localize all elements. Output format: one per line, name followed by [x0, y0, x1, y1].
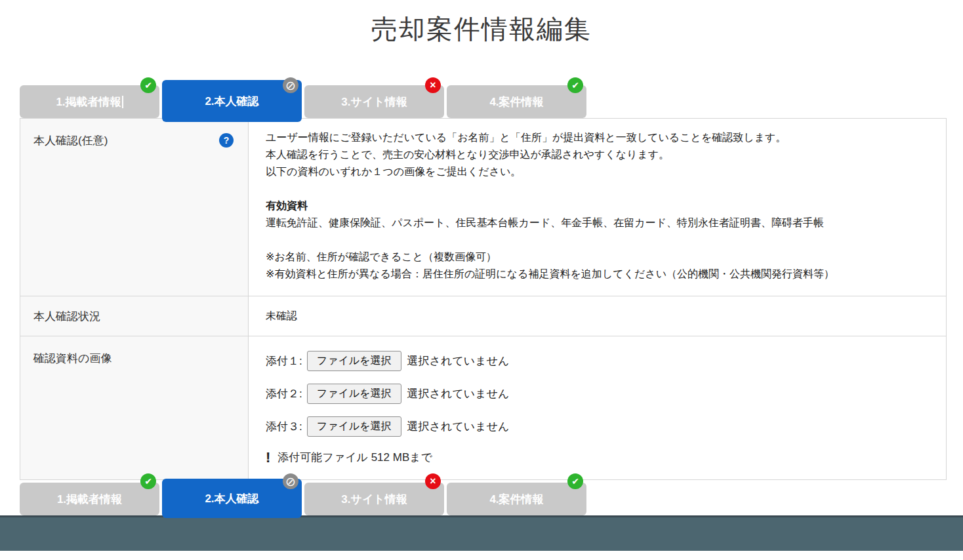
- attachments-cell: 添付１: ファイルを選択 選択されていません 添付２: ファイルを選択 選択され…: [249, 336, 946, 479]
- prohibited-circle-icon: ⊘: [283, 473, 298, 489]
- attachment-size-warning-text: 添付可能ファイル 512 MBまで: [277, 449, 432, 466]
- identity-notes: ※お名前、住所が確認できること（複数画像可） ※有効資料と住所が異なる場合：居住…: [266, 249, 929, 283]
- tab-publisher-info[interactable]: 1.掲載者情報 ✔: [20, 85, 159, 118]
- tab-publisher-info[interactable]: 1.掲載者情報 ✔: [20, 483, 159, 515]
- status-label-cell: 本人確認状況: [20, 296, 249, 336]
- check-circle-icon: ✔: [567, 77, 583, 93]
- tab-site-info[interactable]: 3.サイト情報 ×: [304, 483, 444, 515]
- tab-bar-bottom: 1.掲載者情報 ✔ 2.本人確認 ⊘ 3.サイト情報 × 4.案件情報 ✔: [20, 481, 947, 515]
- row-identity-description: 本人確認(任意) ? ユーザー情報にご登録いただいている「お名前」と「住所」が提…: [20, 119, 946, 296]
- footer-bar: [0, 515, 963, 551]
- intro-line: 本人確認を行うことで、売主の安心材料となり交渉申込が承認されやすくなります。: [266, 146, 929, 163]
- intro-line: 以下の資料のいずれか１つの画像をご提出ください。: [266, 163, 929, 180]
- valid-documents: 有効資料 運転免許証、健康保険証、パスポート、住民基本台帳カード、年金手帳、在留…: [266, 197, 929, 231]
- tab-label: 4.案件情報: [489, 94, 543, 110]
- check-circle-icon: ✔: [140, 77, 156, 93]
- exclamation-icon: !: [266, 449, 270, 466]
- tab-bar-top: 1.掲載者情報 ✔ 2.本人確認 ⊘ 3.サイト情報 × 4.案件情報 ✔: [20, 85, 947, 118]
- tab-label: 1.掲載者情報: [57, 492, 122, 507]
- choose-file-button-3[interactable]: ファイルを選択: [307, 416, 401, 437]
- no-file-selected-text: 選択されていません: [407, 418, 510, 435]
- attachment-size-warning: ! 添付可能ファイル 512 MBまで: [266, 449, 929, 466]
- file-input-label: 添付２:: [266, 386, 302, 403]
- prohibited-circle-icon: ⊘: [283, 77, 298, 93]
- tab-identity-verification[interactable]: 2.本人確認 ⊘: [162, 479, 302, 518]
- tab-site-info[interactable]: 3.サイト情報 ×: [304, 85, 444, 118]
- file-input-2: 添付２: ファイルを選択 選択されていません: [266, 384, 929, 404]
- tab-label: 1.掲載者情報: [56, 94, 121, 110]
- file-input-3: 添付３: ファイルを選択 選択されていません: [266, 416, 929, 437]
- intro-line: ユーザー情報にご登録いただいている「お名前」と「住所」が提出資料と一致しているこ…: [266, 129, 929, 146]
- row-attachments: 確認資料の画像 添付１: ファイルを選択 選択されていません 添付２: ファイル…: [20, 336, 946, 479]
- text-caret-artifact: [122, 96, 123, 108]
- tab-label: 3.サイト情報: [341, 94, 407, 110]
- tab-identity-verification[interactable]: 2.本人確認 ⊘: [162, 80, 302, 122]
- identity-verification-panel: 本人確認(任意) ? ユーザー情報にご登録いただいている「お名前」と「住所」が提…: [20, 118, 947, 480]
- error-circle-icon: ×: [425, 473, 441, 489]
- choose-file-button-1[interactable]: ファイルを選択: [307, 351, 401, 371]
- check-circle-icon: ✔: [140, 473, 156, 489]
- file-input-1: 添付１: ファイルを選択 選択されていません: [266, 351, 929, 371]
- file-input-label: 添付３:: [266, 418, 302, 435]
- valid-documents-list: 運転免許証、健康保険証、パスポート、住民基本台帳カード、年金手帳、在留カード、特…: [266, 214, 929, 231]
- status-value-cell: 未確認: [249, 296, 946, 336]
- page-title: 売却案件情報編集: [0, 13, 963, 45]
- tab-label: 2.本人確認: [205, 491, 258, 506]
- choose-file-button-2[interactable]: ファイルを選択: [307, 384, 401, 404]
- help-question-icon[interactable]: ?: [219, 133, 234, 148]
- identity-label: 本人確認(任意): [33, 134, 108, 147]
- file-input-label: 添付１:: [266, 353, 302, 370]
- tab-project-info[interactable]: 4.案件情報 ✔: [447, 483, 586, 515]
- tab-label: 3.サイト情報: [341, 492, 407, 507]
- check-circle-icon: ✔: [567, 473, 583, 489]
- error-circle-icon: ×: [425, 77, 441, 93]
- identity-description-cell: ユーザー情報にご登録いただいている「お名前」と「住所」が提出資料と一致しているこ…: [249, 119, 946, 296]
- status-label: 本人確認状況: [33, 309, 100, 324]
- attachments-label-cell: 確認資料の画像: [20, 336, 249, 479]
- tab-project-info[interactable]: 4.案件情報 ✔: [447, 85, 586, 118]
- tab-label: 2.本人確認: [205, 94, 258, 109]
- no-file-selected-text: 選択されていません: [407, 353, 510, 370]
- attachments-label: 確認資料の画像: [33, 352, 112, 365]
- tab-label: 4.案件情報: [489, 492, 543, 507]
- note-line: ※お名前、住所が確認できること（複数画像可）: [266, 249, 929, 266]
- no-file-selected-text: 選択されていません: [407, 386, 510, 403]
- identity-intro: ユーザー情報にご登録いただいている「お名前」と「住所」が提出資料と一致しているこ…: [266, 129, 929, 180]
- row-verification-status: 本人確認状況 未確認: [20, 296, 946, 336]
- note-line: ※有効資料と住所が異なる場合：居住住所の証明になる補足資料を追加してください（公…: [266, 266, 929, 283]
- identity-label-cell: 本人確認(任意) ?: [20, 119, 249, 296]
- status-value: 未確認: [266, 308, 297, 325]
- valid-documents-heading: 有効資料: [266, 197, 929, 214]
